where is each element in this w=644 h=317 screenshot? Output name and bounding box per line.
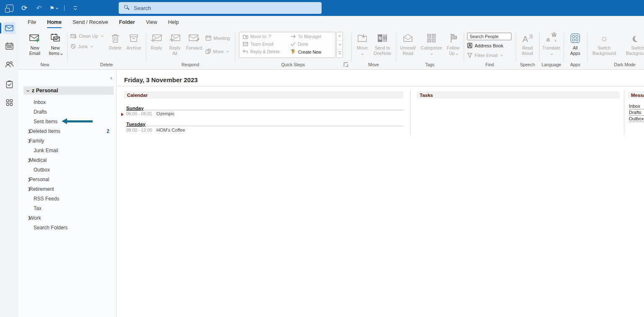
tab-folder[interactable]: Folder — [114, 16, 140, 28]
translate-icon: Ŵa↘ — [546, 31, 556, 45]
group-label-tags: Tags — [397, 62, 463, 67]
calendar-section-title[interactable]: Calendar — [124, 93, 148, 98]
tasks-section-title[interactable]: Tasks — [417, 93, 433, 98]
quick-steps-gallery-more-icon[interactable] — [337, 49, 343, 57]
folder-drafts[interactable]: Drafts — [23, 107, 114, 117]
quick-step-team-email[interactable]: Team Email — [243, 42, 273, 47]
group-label-move: Move — [352, 62, 395, 67]
filter-email-icon — [467, 53, 473, 58]
ribbon: New Email New Items New Clean Up Junk De… — [18, 29, 644, 70]
clean-up-button[interactable]: Clean Up — [70, 34, 103, 39]
send-receive-sync-icon[interactable]: ⟳ — [20, 4, 29, 12]
messages-link-drafts[interactable]: Drafts — [629, 110, 644, 116]
account-header[interactable]: z Personal — [23, 86, 114, 95]
all-apps-button[interactable]: All Apps — [567, 31, 584, 56]
messages-link-outbox[interactable]: Outbox — [629, 116, 644, 122]
more-respond-icon — [205, 49, 211, 54]
address-book-button[interactable]: Address Book — [467, 43, 503, 48]
title-bar: ⟳ ↶ ⚑ — [0, 0, 644, 16]
new-email-button[interactable]: New Email — [25, 31, 44, 56]
quick-steps-dialog-launcher[interactable] — [344, 62, 348, 67]
follow-up-button[interactable]: Follow Up — [444, 31, 462, 56]
undo-icon[interactable]: ↶ — [35, 4, 43, 12]
meeting-button[interactable]: Meeting — [205, 35, 230, 41]
categorize-button[interactable]: Categorize — [419, 31, 444, 56]
folder-personal[interactable]: ❯Personal — [23, 174, 114, 184]
folder-tax[interactable]: Tax — [23, 203, 114, 213]
quick-step-reply-delete[interactable]: Reply & Delete — [243, 49, 280, 54]
folder-family[interactable]: ❯Family — [23, 136, 114, 146]
quick-step-move-to[interactable]: Move to: ? — [243, 34, 271, 39]
unread-read-icon — [402, 31, 413, 45]
folder-search-folders[interactable]: Search Folders — [23, 223, 114, 232]
quick-step-create-new[interactable]: Create New — [291, 49, 321, 55]
archive-button[interactable]: Archive — [124, 31, 143, 51]
quick-steps-scroll-up-icon[interactable] — [337, 32, 343, 41]
reply-all-button[interactable]: Reply All — [166, 31, 184, 56]
more-respond-button[interactable]: More — [205, 49, 228, 54]
nav-people[interactable] — [0, 57, 18, 71]
folder-medical[interactable]: ❯Medical — [23, 155, 114, 165]
ribbon-group-apps: All Apps Apps — [564, 29, 586, 68]
translate-button[interactable]: Ŵa↘ Translate — [541, 31, 562, 56]
messages-link-inbox[interactable]: Inbox — [629, 104, 644, 109]
delete-button[interactable]: Delete — [106, 31, 124, 51]
folder-inbox[interactable]: Inbox — [23, 97, 114, 107]
folder-junk-email[interactable]: Junk Email — [23, 146, 114, 155]
reply-button[interactable]: Reply — [148, 31, 165, 51]
quick-steps-scrollbar[interactable] — [336, 32, 343, 58]
nav-tasks[interactable] — [0, 77, 18, 91]
follow-up-flag-icon[interactable]: ⚑ — [49, 4, 58, 12]
folder-retirement[interactable]: ❯Retirement — [23, 184, 114, 194]
read-aloud-icon: A))) — [522, 31, 533, 45]
tab-send-receive[interactable]: Send / Receive — [67, 16, 114, 28]
switch-background-dark-button[interactable]: Switch Background — [624, 31, 644, 56]
collapse-folder-pane-icon[interactable]: ‹ — [110, 75, 112, 81]
switch-background-light-button[interactable]: ☼ Switch Background — [590, 31, 618, 56]
quick-step-done[interactable]: Done — [291, 42, 308, 47]
ribbon-tabs: File Home Send / Receive Folder View Hel… — [18, 16, 644, 29]
sun-icon: ☼ — [600, 31, 608, 45]
folder-rss-feeds[interactable]: RSS Feeds — [23, 194, 114, 203]
junk-button[interactable]: Junk — [70, 44, 92, 49]
ribbon-group-respond: Reply Reply All Forward Meeting More Res… — [147, 29, 234, 68]
quick-steps-scroll-down-icon[interactable] — [337, 41, 343, 49]
module-nav-strip — [0, 16, 18, 317]
messages-section-title[interactable]: Messages — [628, 93, 644, 98]
tab-help[interactable]: Help — [163, 16, 184, 28]
ribbon-group-dark-mode: ☼ Switch Background Switch Background Da… — [588, 29, 644, 68]
search-people-input[interactable] — [467, 33, 512, 40]
account-name: z Personal — [32, 88, 58, 94]
outlook-app-icon[interactable] — [5, 4, 14, 12]
group-label-delete: Delete — [68, 62, 145, 67]
event-title[interactable]: Ozempic — [156, 111, 174, 116]
reply-all-icon — [169, 31, 181, 45]
unread-read-button[interactable]: Unread/ Read — [397, 31, 418, 56]
search-input[interactable] — [119, 2, 322, 14]
tab-home[interactable]: Home — [42, 16, 67, 28]
tab-view[interactable]: View — [140, 16, 163, 28]
folder-work[interactable]: ❯Work — [23, 213, 114, 223]
quick-step-to-manager[interactable]: To Manager — [291, 34, 321, 39]
group-label-language: Language — [540, 62, 563, 67]
send-to-onenote-button[interactable]: N Send to OneNote — [371, 31, 393, 56]
nav-more-apps[interactable] — [0, 95, 18, 109]
panel-divider — [410, 90, 410, 135]
calendar-icon — [5, 42, 13, 50]
forward-button[interactable]: Forward — [184, 31, 204, 51]
nav-calendar[interactable] — [0, 39, 18, 53]
move-button[interactable]: Move — [354, 31, 371, 56]
tab-file[interactable]: File — [22, 16, 42, 28]
clean-up-icon — [70, 34, 77, 39]
filter-email-button[interactable]: Filter Email — [467, 53, 502, 58]
address-book-icon — [467, 43, 473, 48]
event-title[interactable]: HOM's Coffee — [156, 127, 185, 133]
read-aloud-button[interactable]: A))) Read Aloud — [518, 31, 537, 56]
nav-mail[interactable] — [0, 21, 18, 35]
customize-toolbar-icon[interactable] — [71, 4, 79, 12]
new-items-button[interactable]: New Items — [45, 31, 65, 56]
folder-sent-items[interactable]: Sent Items — [23, 117, 114, 126]
ribbon-group-find: Address Book Filter Email Find — [465, 29, 515, 68]
folder-outbox[interactable]: Outbox — [23, 165, 114, 174]
folder-deleted-items[interactable]: ❯Deleted Items2 — [23, 126, 114, 136]
